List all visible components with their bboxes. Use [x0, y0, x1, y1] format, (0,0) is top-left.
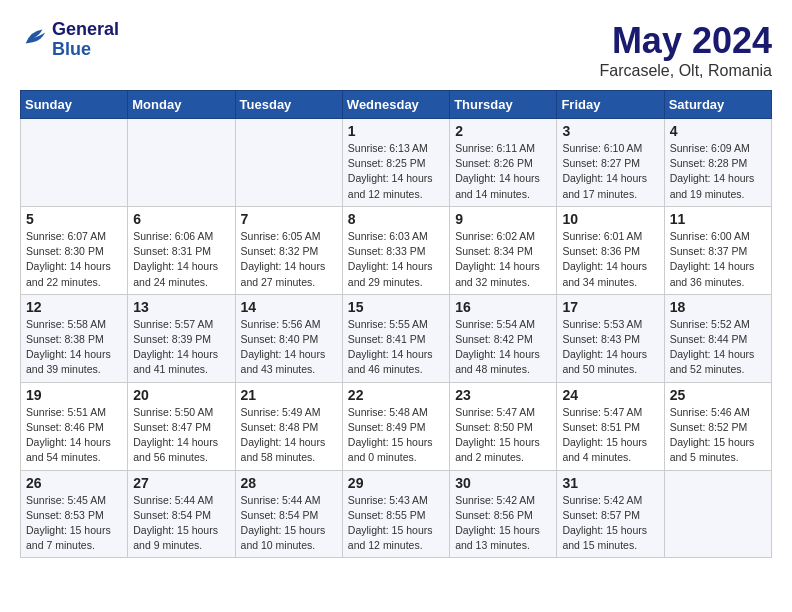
calendar-week-row: 26Sunrise: 5:45 AM Sunset: 8:53 PM Dayli… [21, 470, 772, 558]
day-number: 14 [241, 299, 337, 315]
day-info: Sunrise: 6:06 AM Sunset: 8:31 PM Dayligh… [133, 229, 229, 290]
day-info: Sunrise: 5:42 AM Sunset: 8:56 PM Dayligh… [455, 493, 551, 554]
calendar-cell: 29Sunrise: 5:43 AM Sunset: 8:55 PM Dayli… [342, 470, 449, 558]
calendar-cell: 11Sunrise: 6:00 AM Sunset: 8:37 PM Dayli… [664, 206, 771, 294]
calendar-cell: 12Sunrise: 5:58 AM Sunset: 8:38 PM Dayli… [21, 294, 128, 382]
day-info: Sunrise: 6:13 AM Sunset: 8:25 PM Dayligh… [348, 141, 444, 202]
day-number: 19 [26, 387, 122, 403]
day-info: Sunrise: 5:47 AM Sunset: 8:51 PM Dayligh… [562, 405, 658, 466]
day-number: 5 [26, 211, 122, 227]
calendar-week-row: 5Sunrise: 6:07 AM Sunset: 8:30 PM Daylig… [21, 206, 772, 294]
page-header: General Blue May 2024 Farcasele, Olt, Ro… [20, 20, 772, 80]
calendar-cell: 4Sunrise: 6:09 AM Sunset: 8:28 PM Daylig… [664, 119, 771, 207]
calendar-cell: 18Sunrise: 5:52 AM Sunset: 8:44 PM Dayli… [664, 294, 771, 382]
calendar-cell: 26Sunrise: 5:45 AM Sunset: 8:53 PM Dayli… [21, 470, 128, 558]
day-number: 7 [241, 211, 337, 227]
day-number: 4 [670, 123, 766, 139]
calendar-cell [235, 119, 342, 207]
calendar-week-row: 1Sunrise: 6:13 AM Sunset: 8:25 PM Daylig… [21, 119, 772, 207]
title-block: May 2024 Farcasele, Olt, Romania [599, 20, 772, 80]
day-number: 18 [670, 299, 766, 315]
location-subtitle: Farcasele, Olt, Romania [599, 62, 772, 80]
day-number: 16 [455, 299, 551, 315]
calendar-cell: 3Sunrise: 6:10 AM Sunset: 8:27 PM Daylig… [557, 119, 664, 207]
day-of-week-header: Sunday [21, 91, 128, 119]
calendar-cell: 20Sunrise: 5:50 AM Sunset: 8:47 PM Dayli… [128, 382, 235, 470]
day-info: Sunrise: 6:03 AM Sunset: 8:33 PM Dayligh… [348, 229, 444, 290]
day-info: Sunrise: 5:51 AM Sunset: 8:46 PM Dayligh… [26, 405, 122, 466]
day-info: Sunrise: 5:49 AM Sunset: 8:48 PM Dayligh… [241, 405, 337, 466]
day-number: 11 [670, 211, 766, 227]
day-number: 30 [455, 475, 551, 491]
day-of-week-header: Wednesday [342, 91, 449, 119]
day-info: Sunrise: 5:55 AM Sunset: 8:41 PM Dayligh… [348, 317, 444, 378]
calendar-cell: 2Sunrise: 6:11 AM Sunset: 8:26 PM Daylig… [450, 119, 557, 207]
logo-text: General Blue [52, 20, 119, 60]
calendar-cell [21, 119, 128, 207]
calendar-cell: 24Sunrise: 5:47 AM Sunset: 8:51 PM Dayli… [557, 382, 664, 470]
calendar-cell: 23Sunrise: 5:47 AM Sunset: 8:50 PM Dayli… [450, 382, 557, 470]
calendar-cell [128, 119, 235, 207]
day-info: Sunrise: 6:00 AM Sunset: 8:37 PM Dayligh… [670, 229, 766, 290]
calendar-cell: 8Sunrise: 6:03 AM Sunset: 8:33 PM Daylig… [342, 206, 449, 294]
day-of-week-header: Tuesday [235, 91, 342, 119]
day-info: Sunrise: 5:48 AM Sunset: 8:49 PM Dayligh… [348, 405, 444, 466]
day-number: 24 [562, 387, 658, 403]
day-info: Sunrise: 5:43 AM Sunset: 8:55 PM Dayligh… [348, 493, 444, 554]
day-number: 10 [562, 211, 658, 227]
day-info: Sunrise: 5:58 AM Sunset: 8:38 PM Dayligh… [26, 317, 122, 378]
day-info: Sunrise: 5:47 AM Sunset: 8:50 PM Dayligh… [455, 405, 551, 466]
day-info: Sunrise: 5:42 AM Sunset: 8:57 PM Dayligh… [562, 493, 658, 554]
day-of-week-header: Friday [557, 91, 664, 119]
day-number: 9 [455, 211, 551, 227]
calendar-cell: 27Sunrise: 5:44 AM Sunset: 8:54 PM Dayli… [128, 470, 235, 558]
day-info: Sunrise: 5:52 AM Sunset: 8:44 PM Dayligh… [670, 317, 766, 378]
day-number: 26 [26, 475, 122, 491]
day-info: Sunrise: 6:01 AM Sunset: 8:36 PM Dayligh… [562, 229, 658, 290]
day-number: 22 [348, 387, 444, 403]
calendar-cell: 30Sunrise: 5:42 AM Sunset: 8:56 PM Dayli… [450, 470, 557, 558]
day-info: Sunrise: 5:54 AM Sunset: 8:42 PM Dayligh… [455, 317, 551, 378]
day-of-week-header: Saturday [664, 91, 771, 119]
calendar-cell: 16Sunrise: 5:54 AM Sunset: 8:42 PM Dayli… [450, 294, 557, 382]
day-number: 12 [26, 299, 122, 315]
logo-icon [20, 24, 48, 56]
calendar-week-row: 12Sunrise: 5:58 AM Sunset: 8:38 PM Dayli… [21, 294, 772, 382]
day-number: 23 [455, 387, 551, 403]
logo: General Blue [20, 20, 119, 60]
day-number: 6 [133, 211, 229, 227]
calendar-week-row: 19Sunrise: 5:51 AM Sunset: 8:46 PM Dayli… [21, 382, 772, 470]
day-info: Sunrise: 5:45 AM Sunset: 8:53 PM Dayligh… [26, 493, 122, 554]
day-of-week-header: Monday [128, 91, 235, 119]
day-number: 27 [133, 475, 229, 491]
day-info: Sunrise: 5:50 AM Sunset: 8:47 PM Dayligh… [133, 405, 229, 466]
day-number: 28 [241, 475, 337, 491]
day-info: Sunrise: 6:10 AM Sunset: 8:27 PM Dayligh… [562, 141, 658, 202]
calendar-cell: 1Sunrise: 6:13 AM Sunset: 8:25 PM Daylig… [342, 119, 449, 207]
calendar-cell: 7Sunrise: 6:05 AM Sunset: 8:32 PM Daylig… [235, 206, 342, 294]
day-info: Sunrise: 6:09 AM Sunset: 8:28 PM Dayligh… [670, 141, 766, 202]
calendar-cell: 17Sunrise: 5:53 AM Sunset: 8:43 PM Dayli… [557, 294, 664, 382]
calendar-cell: 31Sunrise: 5:42 AM Sunset: 8:57 PM Dayli… [557, 470, 664, 558]
calendar-cell: 13Sunrise: 5:57 AM Sunset: 8:39 PM Dayli… [128, 294, 235, 382]
day-number: 15 [348, 299, 444, 315]
day-info: Sunrise: 6:02 AM Sunset: 8:34 PM Dayligh… [455, 229, 551, 290]
calendar-cell: 19Sunrise: 5:51 AM Sunset: 8:46 PM Dayli… [21, 382, 128, 470]
calendar-header-row: SundayMondayTuesdayWednesdayThursdayFrid… [21, 91, 772, 119]
day-info: Sunrise: 5:57 AM Sunset: 8:39 PM Dayligh… [133, 317, 229, 378]
day-number: 17 [562, 299, 658, 315]
day-info: Sunrise: 6:11 AM Sunset: 8:26 PM Dayligh… [455, 141, 551, 202]
day-number: 13 [133, 299, 229, 315]
calendar-cell: 9Sunrise: 6:02 AM Sunset: 8:34 PM Daylig… [450, 206, 557, 294]
calendar-cell: 15Sunrise: 5:55 AM Sunset: 8:41 PM Dayli… [342, 294, 449, 382]
calendar-cell: 21Sunrise: 5:49 AM Sunset: 8:48 PM Dayli… [235, 382, 342, 470]
day-info: Sunrise: 5:44 AM Sunset: 8:54 PM Dayligh… [241, 493, 337, 554]
day-number: 29 [348, 475, 444, 491]
calendar-cell [664, 470, 771, 558]
day-number: 20 [133, 387, 229, 403]
day-number: 31 [562, 475, 658, 491]
day-number: 8 [348, 211, 444, 227]
day-info: Sunrise: 5:46 AM Sunset: 8:52 PM Dayligh… [670, 405, 766, 466]
day-number: 1 [348, 123, 444, 139]
day-info: Sunrise: 6:05 AM Sunset: 8:32 PM Dayligh… [241, 229, 337, 290]
